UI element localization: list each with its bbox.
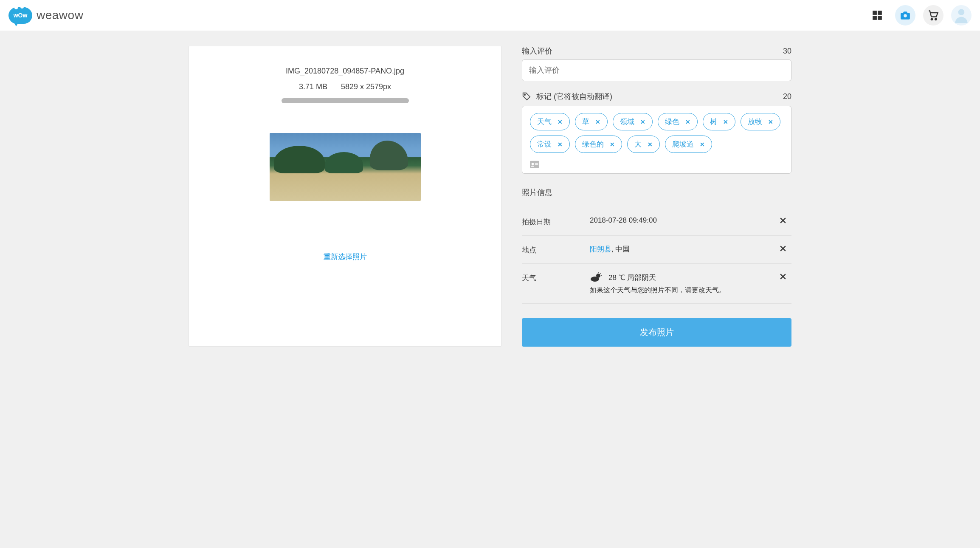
svg-rect-11	[535, 163, 538, 164]
brand-logo[interactable]: wOw weawow	[8, 7, 83, 24]
svg-rect-2	[873, 16, 877, 20]
header: wOw weawow	[0, 0, 980, 31]
weather-value: 28 ℃ 局部阴天 如果这个天气与您的照片不同，请更改天气。	[590, 272, 779, 295]
id-card-icon[interactable]	[530, 161, 783, 168]
svg-rect-0	[873, 11, 877, 15]
svg-rect-1	[878, 11, 882, 15]
upload-progress	[282, 98, 409, 103]
svg-rect-3	[878, 16, 882, 20]
tag-item: 放牧✕	[741, 113, 780, 130]
reselect-photo-link[interactable]: 重新选择照片	[324, 252, 367, 262]
svg-point-10	[532, 163, 534, 165]
date-label: 拍摄日期	[522, 216, 590, 227]
camera-icon[interactable]	[895, 5, 915, 25]
tag-item: 绿色✕	[658, 113, 698, 130]
svg-line-16	[600, 273, 601, 274]
svg-point-5	[931, 19, 933, 20]
photo-thumbnail[interactable]	[270, 133, 421, 201]
tags-label: 标记 (它将被自动翻译)	[536, 91, 612, 102]
form-panel: 输入评价 30 标记 (它将被自动翻译) 20 天气✕ 草✕ 领域✕ 绿色✕ 树…	[522, 46, 791, 347]
info-row-location: 地点 阳朔县, 中国	[522, 236, 791, 264]
tag-item: 领域✕	[613, 113, 653, 130]
tag-remove-icon[interactable]: ✕	[700, 141, 705, 148]
svg-point-4	[904, 14, 907, 17]
tag-item: 绿色的✕	[575, 136, 622, 153]
tag-item: 常设✕	[530, 136, 570, 153]
info-row-date: 拍摄日期 2018-07-28 09:49:00	[522, 208, 791, 236]
file-name: IMG_20180728_094857-PANO.jpg	[286, 67, 404, 76]
clear-location-button[interactable]	[779, 244, 791, 253]
review-input[interactable]	[522, 59, 791, 81]
location-label: 地点	[522, 244, 590, 255]
location-value: 阳朔县, 中国	[590, 244, 779, 254]
tag-remove-icon[interactable]: ✕	[648, 141, 653, 148]
tag-remove-icon[interactable]: ✕	[723, 119, 728, 125]
clear-date-button[interactable]	[779, 216, 791, 225]
photo-info-label: 照片信息	[522, 187, 791, 198]
header-actions	[867, 5, 972, 25]
grid-icon[interactable]	[867, 5, 887, 25]
publish-button[interactable]: 发布照片	[522, 318, 791, 347]
tag-remove-icon[interactable]: ✕	[685, 119, 690, 125]
svg-point-7	[958, 9, 965, 15]
location-link[interactable]: 阳朔县	[590, 245, 611, 253]
svg-point-6	[935, 19, 937, 20]
weather-note: 如果这个天气与您的照片不同，请更改天气。	[590, 286, 779, 295]
review-label: 输入评价	[522, 46, 552, 56]
tag-item: 草✕	[575, 113, 608, 130]
svg-point-17	[591, 277, 599, 282]
tag-item: 爬坡道✕	[665, 136, 712, 153]
tag-item: 树✕	[703, 113, 735, 130]
tag-remove-icon[interactable]: ✕	[640, 119, 645, 125]
cloud-icon: wOw	[8, 7, 32, 24]
partly-cloudy-icon	[590, 272, 603, 282]
tag-remove-icon[interactable]: ✕	[595, 119, 600, 125]
tags-container[interactable]: 天气✕ 草✕ 领域✕ 绿色✕ 树✕ 放牧✕ 常设✕ 绿色的✕ 大✕ 爬坡道✕	[522, 106, 791, 174]
info-row-weather: 天气 28 ℃ 局部阴天 如果这个天气与您的照片不同，请更改天气。	[522, 264, 791, 304]
brand-name: weawow	[37, 8, 83, 22]
tags-limit: 20	[783, 92, 791, 101]
tag-icon	[522, 92, 531, 101]
tag-item: 天气✕	[530, 113, 570, 130]
review-limit: 30	[783, 47, 791, 56]
tag-remove-icon[interactable]: ✕	[768, 119, 773, 125]
tag-remove-icon[interactable]: ✕	[610, 141, 615, 148]
main-content: IMG_20180728_094857-PANO.jpg 3.71 MB 582…	[180, 31, 800, 362]
clear-weather-button[interactable]	[779, 272, 791, 281]
cart-icon[interactable]	[923, 5, 943, 25]
tag-item: 大✕	[627, 136, 660, 153]
file-size: 3.71 MB	[299, 82, 327, 91]
avatar-icon[interactable]	[951, 5, 972, 25]
tag-remove-icon[interactable]: ✕	[558, 141, 563, 148]
date-value: 2018-07-28 09:49:00	[590, 216, 779, 225]
upload-panel: IMG_20180728_094857-PANO.jpg 3.71 MB 582…	[189, 46, 501, 347]
file-meta: 3.71 MB 5829 x 2579px	[299, 82, 391, 91]
svg-rect-12	[535, 164, 538, 165]
svg-point-8	[524, 94, 526, 96]
tag-remove-icon[interactable]: ✕	[558, 119, 563, 125]
weather-label: 天气	[522, 272, 590, 283]
file-dimensions: 5829 x 2579px	[341, 82, 391, 91]
